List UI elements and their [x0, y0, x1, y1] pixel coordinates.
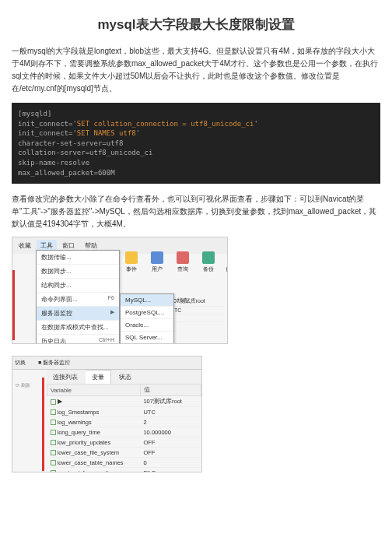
intro-paragraph: 一般mysql的大字段就是longtext，blob这些，最大支持4G。但是默认…	[12, 45, 380, 95]
table-row[interactable]: lower_case_table_names0	[47, 458, 201, 468]
submenu-sqlserver[interactable]: SQL Server...	[121, 332, 173, 344]
checkbox-icon[interactable]	[51, 460, 56, 465]
code-line: collation-server=utf8_unicode_ci	[18, 148, 374, 158]
submenu-server-monitor: MySQL... PostgreSQL... Oracle... SQL Ser…	[120, 293, 174, 344]
menu-history[interactable]: 历史日志Ctrl+H	[37, 335, 119, 344]
var-value: 10.000000	[140, 427, 201, 437]
sub-paragraph: 查看修改完的参数大小除了在命令行查看外，也可以到可视化界面查看，步骤如下：可以到…	[12, 193, 380, 230]
page-title: mysql表大字段最大长度限制设置	[12, 16, 380, 33]
tab-connlist[interactable]: 连接列表	[47, 371, 84, 384]
bg-row: UTC	[169, 307, 225, 314]
toolbar-event[interactable]: 事件	[121, 251, 141, 281]
tools-menu: 数据传输... 数据同步... 结构同步... 命令列界面...F6 服务器监控…	[36, 250, 120, 344]
checkbox-icon[interactable]	[51, 430, 56, 435]
bg-row: 2	[169, 314, 225, 322]
var-value: 2	[140, 417, 201, 427]
var-name: lower_case_file_system	[47, 448, 141, 458]
var-name: long_query_time	[47, 427, 141, 437]
code-line: init_connect='SET NAMES utf8'	[18, 128, 374, 139]
var-name: ▶	[47, 396, 141, 407]
var-value: OFF	[140, 448, 201, 458]
table-row[interactable]: ▶107测试库root	[47, 396, 201, 407]
menu-find[interactable]: 在数据库或模式中查找...	[37, 321, 119, 335]
tab-collect[interactable]: 收藏	[15, 240, 35, 251]
toolbar-query[interactable]: 查询	[173, 251, 192, 281]
toolbar-auto[interactable]: 自动运行	[224, 251, 228, 281]
var-name: lower_case_table_names	[47, 458, 141, 468]
col-variable: Variable	[47, 385, 141, 396]
checkbox-icon[interactable]	[51, 450, 56, 455]
code-line: [mysqld]	[18, 109, 374, 119]
col-value: 值	[140, 385, 201, 396]
menu-server-monitor[interactable]: 服务器监控▶	[37, 307, 119, 321]
menu-data-sync[interactable]: 数据同步...	[37, 265, 119, 279]
checkbox-icon[interactable]	[51, 440, 56, 445]
table-row[interactable]: lower_case_file_systemOFF	[47, 448, 201, 458]
checkbox-icon[interactable]	[51, 470, 56, 472]
highlight-bar	[42, 378, 44, 471]
tab-status[interactable]: 状态	[113, 371, 138, 384]
checkbox-icon[interactable]	[51, 399, 56, 405]
bg-value-rows: 107测试库root UTC 2	[169, 297, 225, 322]
var-value: 0	[140, 458, 201, 468]
code-line: init_connect='SET collation_connection =…	[18, 119, 374, 129]
var-name: low_priority_updates	[47, 437, 141, 448]
menu-cmd[interactable]: 命令列界面...F6	[37, 293, 119, 307]
code-line: max_allowed_packet=600M	[18, 168, 374, 178]
submenu-mysql[interactable]: MySQL...	[121, 294, 173, 307]
submenu-postgresql[interactable]: PostgreSQL...	[121, 307, 173, 319]
bg-row: 107测试库root	[169, 297, 225, 307]
refresh-button[interactable]: ⟳ 刷新	[16, 382, 39, 389]
var-value: UTC	[140, 407, 201, 417]
var-name: log_warnings	[47, 417, 141, 427]
var-value: 107测试库root	[140, 396, 201, 407]
table-row[interactable]: low_priority_updatesOFF	[47, 437, 201, 448]
var-name: log_Smestamps	[47, 407, 141, 417]
tab-variable[interactable]: 变量	[86, 370, 111, 384]
menu-data-transfer[interactable]: 数据传输...	[37, 251, 119, 265]
variable-table: Variable 值 ▶107测试库rootlog_SmestampsUTClo…	[47, 384, 201, 472]
menu-struct-sync[interactable]: 结构同步...	[37, 279, 119, 293]
code-line: skip-name-resolve	[18, 158, 374, 168]
table-row[interactable]: long_query_time10.000000	[47, 427, 201, 437]
ss2-tabs: 连接列表 变量 状态	[47, 370, 201, 384]
code-line: character-set-server=utf8	[18, 139, 374, 149]
highlight-bar	[12, 270, 15, 340]
toolbar: 事件 用户 查询 备份 自动运行	[121, 251, 228, 281]
table-row[interactable]: log_SmestampsUTC	[47, 407, 201, 417]
table-row[interactable]: master_info_repositoryFILE	[47, 468, 201, 473]
toolbar-backup[interactable]: 备份	[198, 251, 218, 281]
table-row[interactable]: log_warnings2	[47, 417, 201, 427]
ss2-titlebar: 切换 ■ 服务器监控	[12, 357, 201, 370]
checkbox-icon[interactable]	[51, 420, 56, 425]
var-name: master_info_repository	[47, 468, 141, 473]
screenshot-navicat-menu: 收藏 工具 窗口 帮助 事件 用户 查询 备份 自动运行 数据传输... 数据同…	[12, 237, 228, 344]
submenu-oracle[interactable]: Oracle...	[121, 319, 173, 332]
code-block: [mysqld] init_connect='SET collation_con…	[12, 103, 380, 184]
var-value: FILE	[140, 468, 201, 473]
toolbar-user[interactable]: 用户	[147, 251, 166, 281]
checkbox-icon[interactable]	[51, 409, 56, 415]
var-value: OFF	[140, 437, 201, 448]
screenshot-variables-table: 切换 ■ 服务器监控 ⟳ 刷新 连接列表 变量 状态 Variable 值 ▶1…	[12, 356, 202, 472]
ss2-leftcol: ⟳ 刷新	[16, 382, 39, 389]
